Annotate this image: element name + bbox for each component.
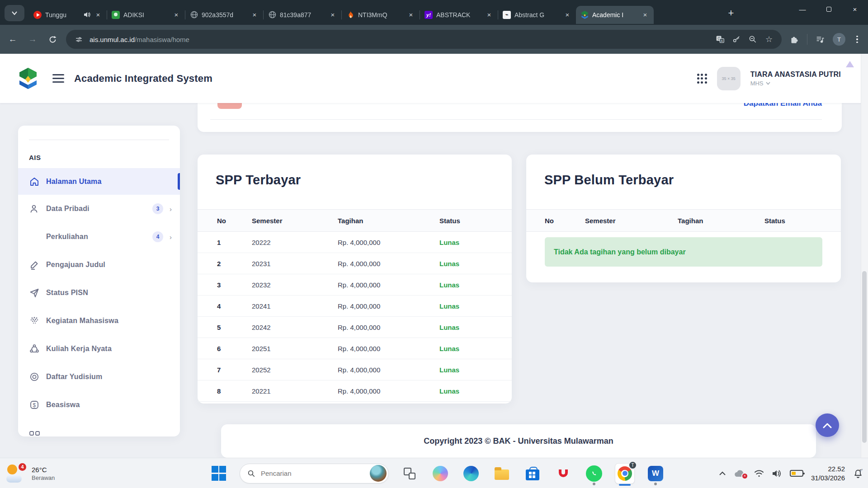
tab-close-icon[interactable]: ×	[250, 11, 259, 19]
system-tray: × 22.52 31/03/2026 zz	[719, 458, 863, 488]
cell: 20222	[252, 232, 338, 253]
sidebar-menu: Halaman Utama Data Pribadi 3 › Perkuliah…	[18, 168, 180, 419]
word-icon[interactable]: W	[646, 460, 665, 487]
tab-81c3[interactable]: 81c39a877 ×	[264, 6, 341, 24]
password-key-icon[interactable]	[731, 34, 742, 45]
tab-search-button[interactable]	[5, 5, 24, 21]
tab-close-icon[interactable]: ×	[407, 11, 415, 19]
search-highlight-image[interactable]	[370, 465, 387, 482]
cell: Rp. 4,000,000	[338, 359, 439, 380]
cell: 1	[198, 232, 252, 253]
chevron-down-icon	[766, 82, 770, 85]
notification-bell-sleep-icon[interactable]: zz	[853, 468, 863, 479]
tab-close-icon[interactable]: ×	[485, 11, 493, 19]
sidebar-item-kuliah-kerja-nyata[interactable]: Kuliah Kerja Nyata	[18, 335, 180, 363]
cell: Rp. 4,000,000	[338, 380, 439, 402]
sidebar-item-status-pisn[interactable]: Status PISN	[18, 279, 180, 307]
reload-button[interactable]	[46, 33, 59, 46]
user-block[interactable]: TIARA ANASTASIA PUTRI MHS	[750, 70, 841, 87]
tab-abstrack[interactable]: y! ABSTRACK ×	[420, 6, 498, 24]
browser-profile-avatar[interactable]: T	[833, 33, 845, 46]
tab-close-icon[interactable]: ×	[563, 11, 571, 19]
start-button[interactable]	[209, 460, 229, 487]
microsoft-store-icon[interactable]	[523, 460, 542, 487]
task-view-button[interactable]	[400, 460, 420, 487]
column-header: Semester	[252, 210, 338, 232]
back-button[interactable]: ←	[6, 33, 19, 46]
red-app-icon[interactable]	[553, 460, 573, 487]
sidebar-item-halaman-utama[interactable]: Halaman Utama	[18, 168, 180, 195]
get-email-link[interactable]: Dapatkan Email Anda	[744, 103, 822, 108]
edge-icon[interactable]	[461, 460, 481, 487]
site-info-icon[interactable]	[73, 34, 84, 45]
browser-tab-strip: Tunggu × ADIKSI × 902a3557d ×	[0, 0, 868, 25]
wifi-icon[interactable]	[754, 469, 764, 478]
address-bar[interactable]: ais.unmul.ac.id/mahasiswa/home GA ☆	[66, 30, 782, 49]
volume-icon[interactable]	[772, 469, 782, 478]
send-icon	[29, 287, 40, 298]
media-controls-icon[interactable]	[815, 34, 826, 45]
tab-abstract-g[interactable]: ⌁ Abstract G ×	[498, 6, 576, 24]
scrolled-card-peek: Dapatkan Email Anda	[198, 103, 842, 132]
weather-badge: 4	[18, 462, 27, 472]
app-header: Academic Integrated System 35 × 35 TIARA…	[0, 54, 868, 103]
sidebar-item-data-pribadi[interactable]: Data Pribadi 3 ›	[18, 195, 180, 223]
avatar[interactable]: 35 × 35	[717, 67, 741, 90]
sidebar-item-pengajuan-judul[interactable]: Pengajuan Judul	[18, 251, 180, 279]
tab-902a[interactable]: 902a3557d ×	[185, 6, 263, 24]
cell: Rp. 4,000,000	[338, 274, 439, 296]
cell: 6	[198, 338, 252, 359]
new-tab-button[interactable]: +	[724, 6, 738, 20]
sidebar-toggle-icon[interactable]	[52, 74, 64, 83]
back-to-top-button[interactable]	[816, 413, 839, 437]
tab-close-icon[interactable]: ×	[172, 11, 180, 19]
forward-button[interactable]: →	[26, 33, 39, 46]
adiksi-favicon	[112, 11, 120, 19]
status-cell: Lunas	[439, 317, 512, 338]
bookmark-star-icon[interactable]: ☆	[764, 34, 774, 45]
sidebar-item-perkuliahan[interactable]: Perkuliahan 4 ›	[18, 223, 180, 251]
svg-text:$: $	[33, 402, 36, 408]
tray-chevron-up-icon[interactable]	[719, 471, 726, 476]
tab-academic-active[interactable]: Academic I ×	[576, 6, 654, 24]
tab-close-icon[interactable]: ×	[94, 11, 102, 19]
network-icon	[29, 343, 40, 354]
apps-grid-icon[interactable]	[697, 74, 707, 84]
sidebar-item-kegiatan-mahasiswa[interactable]: Kegiatan Mahasiswa	[18, 307, 180, 335]
tab-close-icon[interactable]: ×	[329, 11, 337, 19]
cell: 20251	[252, 338, 338, 359]
minimize-button[interactable]: —	[789, 0, 816, 18]
battery-icon[interactable]	[790, 470, 803, 477]
cell: 20231	[252, 253, 338, 274]
maximize-button[interactable]	[816, 0, 842, 18]
target-icon	[29, 371, 40, 382]
weather-widget[interactable]: 4 26°C Berawan	[6, 458, 55, 488]
tab-youtube[interactable]: Tunggu ×	[29, 6, 107, 24]
sidebar-item-beasiswa[interactable]: $ Beasiswa	[18, 391, 180, 419]
translate-icon[interactable]: GA	[715, 34, 726, 45]
zoom-out-icon[interactable]	[747, 34, 758, 45]
chrome-icon-active[interactable]: T	[615, 460, 635, 487]
sidebar-item-daftar-yudisium[interactable]: Daftar Yudisium	[18, 363, 180, 391]
file-explorer-icon[interactable]	[492, 460, 512, 487]
cell: 20242	[252, 317, 338, 338]
url-host: ais.unmul.ac.id	[90, 36, 135, 43]
cell: 20232	[252, 274, 338, 296]
whatsapp-icon[interactable]	[584, 460, 604, 487]
cell: Rp. 4,000,000	[338, 232, 439, 253]
onedrive-error-icon[interactable]: ×	[734, 469, 746, 478]
taskbar-search[interactable]	[240, 464, 389, 483]
tab-audio-icon[interactable]	[84, 12, 90, 18]
clock-time: 22.52	[811, 465, 845, 474]
page-scrollbar[interactable]	[861, 54, 868, 458]
tab-adiksi[interactable]: ADIKSI ×	[107, 6, 185, 24]
extensions-icon[interactable]	[789, 34, 800, 45]
taskbar-clock[interactable]: 22.52 31/03/2026	[811, 465, 845, 482]
close-button[interactable]: ×	[842, 0, 868, 18]
search-input[interactable]	[260, 469, 365, 478]
browser-menu-icon[interactable]	[853, 36, 862, 43]
scrollbar-thumb[interactable]	[862, 271, 867, 443]
tab-close-icon[interactable]: ×	[641, 11, 649, 19]
copilot-icon[interactable]	[430, 460, 450, 487]
tab-nti3[interactable]: NTI3MmQ ×	[342, 6, 420, 24]
